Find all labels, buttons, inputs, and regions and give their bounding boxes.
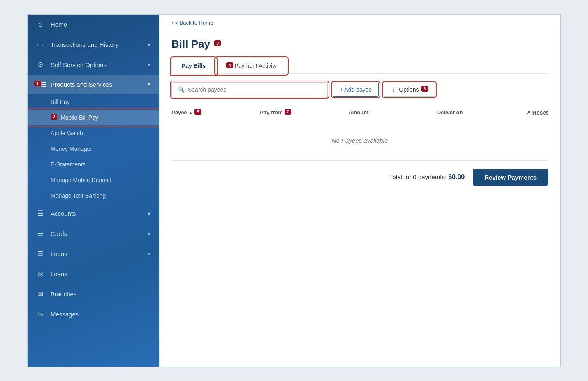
content-area: 🔍 + Add payee ⋮ Options 6 Payee ▲ 5: [159, 74, 560, 367]
annotation-badge-2: 2: [51, 114, 57, 120]
back-link-label: < Back to Home: [175, 20, 213, 26]
sidebar-sub-item-e-statements[interactable]: E-Statements: [28, 157, 159, 172]
annotation-badge-7: 7: [285, 109, 291, 115]
toolbar-row: 🔍 + Add payee ⋮ Options 6: [171, 82, 548, 97]
sidebar-sub-item-bill-pay[interactable]: Bill Pay: [28, 94, 159, 110]
sidebar: ⌂ Home ▭ Transactions and History ∨ ⚙ Se…: [28, 15, 159, 367]
sidebar-label-cards: Cards: [51, 230, 141, 237]
menu-icon: 1 ☰: [36, 81, 45, 88]
no-payees-message: No Payees available: [171, 120, 548, 161]
annotation-badge-1: 1: [34, 81, 41, 86]
main-content: ‹ < Back to Home Bill Pay 3 Pay Bills 4 …: [159, 15, 560, 367]
gear-icon: ⚙: [36, 60, 45, 69]
col-deliver-on-label: Deliver on: [437, 109, 463, 115]
col-payee: Payee ▲ 5: [171, 109, 260, 116]
page-title-text: Bill Pay: [171, 38, 210, 51]
col-amount: Amount: [348, 109, 437, 116]
sidebar-item-transactions[interactable]: ▭ Transactions and History ∨: [28, 35, 159, 55]
reset-label: Reset: [532, 109, 548, 116]
sidebar-item-self-service[interactable]: ⚙ Self Service Options ∨: [28, 55, 159, 75]
back-link[interactable]: ‹ < Back to Home: [159, 15, 560, 31]
chevron-down-icon-3: ∨: [147, 210, 151, 216]
add-payee-button[interactable]: + Add payee: [333, 83, 379, 97]
search-box[interactable]: 🔍: [171, 82, 328, 97]
col-pay-from-label: Pay from: [260, 109, 283, 115]
sidebar-item-cards[interactable]: ☰ Cards ∨: [28, 224, 159, 244]
search-input[interactable]: [188, 86, 322, 93]
table-header: Payee ▲ 5 Pay from 7 Amount Deliver on ↗: [171, 105, 548, 120]
money-manager-label: Money Manager: [51, 145, 92, 152]
sidebar-sub-item-money-manager[interactable]: Money Manager: [28, 141, 159, 157]
card-icon: ▭: [36, 40, 45, 49]
page-header: Bill Pay 3 Pay Bills 4 Payment Activity: [159, 31, 560, 74]
options-label: Options: [399, 86, 419, 93]
sidebar-label-home: Home: [51, 21, 151, 28]
sidebar-label-transactions: Transactions and History: [51, 41, 141, 48]
location-icon: ◎: [36, 270, 45, 278]
review-payments-button[interactable]: Review Payments: [473, 169, 548, 186]
sort-icon: ▲: [189, 110, 193, 115]
col-pay-from: Pay from 7: [260, 109, 348, 116]
loans-menu-icon: ☰: [36, 249, 45, 258]
sidebar-sub-item-mobile-bill-pay[interactable]: 2 Mobile Bill Pay: [28, 110, 159, 125]
options-dots-icon: ⋮: [391, 86, 396, 93]
manage-text-banking-label: Manage Text Banking: [51, 192, 106, 199]
sidebar-item-messages[interactable]: ✉ Branches: [28, 284, 159, 304]
sidebar-item-home[interactable]: ⌂ Home: [28, 15, 159, 35]
sidebar-item-products-services[interactable]: 1 ☰ Products and Services ∧: [28, 75, 159, 94]
annotation-badge-6: 6: [421, 86, 428, 92]
no-payees-text: No Payees available: [332, 137, 388, 144]
sidebar-label-loans: Loans: [51, 250, 141, 257]
sidebar-sub-item-manage-mobile-deposit[interactable]: Manage Mobile Deposit: [28, 172, 159, 188]
tab-payment-activity-label: Payment Activity: [234, 62, 277, 69]
sidebar-sub-item-apple-watch[interactable]: Apple Watch: [28, 125, 159, 141]
reset-link[interactable]: ↗ Reset: [525, 109, 548, 116]
sidebar-item-branches[interactable]: ◎ Loans: [28, 264, 159, 284]
sidebar-label-messages: Branches: [51, 291, 151, 298]
sidebar-label-log-off: Messages: [51, 311, 151, 318]
tab-pay-bills-label: Pay Bills: [182, 62, 206, 69]
bill-pay-label: Bill Pay: [51, 99, 70, 105]
page-title: Bill Pay 3: [171, 38, 548, 51]
sidebar-label-branches: Loans: [51, 270, 151, 277]
tab-payment-activity[interactable]: 4 Payment Activity: [216, 58, 287, 74]
apple-watch-label: Apple Watch: [51, 130, 83, 136]
back-arrow-icon: ‹: [171, 20, 173, 26]
log-off-icon: ↪: [36, 310, 45, 319]
sidebar-label-products-services: Products and Services: [51, 81, 141, 88]
chevron-down-icon-5: ∨: [147, 251, 151, 256]
mail-icon: ✉: [36, 290, 45, 298]
home-icon: ⌂: [36, 21, 45, 29]
e-statements-label: E-Statements: [51, 161, 86, 168]
col-reset[interactable]: ↗ Reset: [525, 109, 548, 116]
total-label: Total for 0 payments:: [389, 173, 447, 180]
sidebar-item-loans[interactable]: ☰ Loans ∨: [28, 244, 159, 264]
sidebar-item-accounts[interactable]: ☰ Accounts ∨: [28, 203, 159, 224]
review-payments-label: Review Payments: [484, 174, 537, 181]
accounts-menu-icon: ☰: [36, 209, 45, 218]
add-payee-label: + Add payee: [340, 86, 372, 93]
chevron-up-icon: ∧: [147, 81, 151, 87]
cards-menu-icon: ☰: [36, 229, 45, 238]
chevron-down-icon-4: ∨: [147, 231, 151, 236]
options-button[interactable]: ⋮ Options 6: [384, 83, 435, 97]
sidebar-item-log-off[interactable]: ↪ Messages: [28, 304, 159, 324]
chevron-down-icon: ∨: [147, 42, 151, 47]
tab-pay-bills[interactable]: Pay Bills: [171, 58, 216, 74]
total-amount: $0.00: [448, 173, 465, 180]
annotation-badge-3: 3: [214, 40, 221, 46]
chevron-down-icon-2: ∨: [147, 62, 151, 67]
share-icon: ↗: [525, 109, 530, 116]
search-icon: 🔍: [178, 86, 185, 93]
manage-mobile-deposit-label: Manage Mobile Deposit: [51, 177, 111, 183]
annotation-badge-5: 5: [194, 109, 201, 115]
col-amount-label: Amount: [348, 109, 368, 115]
footer-row: Total for 0 payments: $0.00 Review Payme…: [171, 161, 548, 194]
sidebar-label-self-service: Self Service Options: [51, 61, 141, 68]
mobile-bill-pay-label: Mobile Bill Pay: [60, 114, 98, 121]
annotation-badge-4: 4: [226, 62, 233, 68]
col-payee-label: Payee: [171, 109, 187, 115]
sidebar-label-accounts: Accounts: [51, 210, 141, 217]
sidebar-sub-item-manage-text-banking[interactable]: Manage Text Banking: [28, 188, 159, 203]
col-deliver-on: Deliver on: [437, 109, 525, 116]
